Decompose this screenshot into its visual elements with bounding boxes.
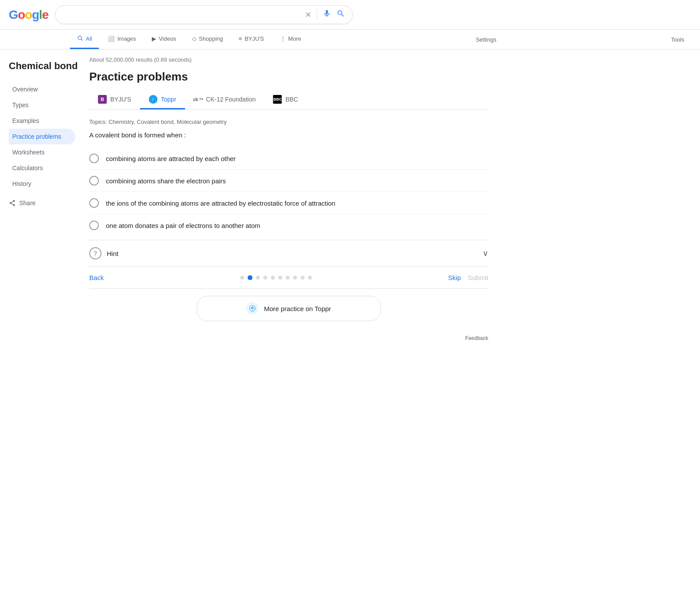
tab-news[interactable]: ≡ BYJU'S [232, 30, 271, 49]
more-icon: ⋮ [280, 35, 286, 42]
sidebar-item-examples[interactable]: Examples [9, 113, 75, 129]
tab-images[interactable]: ⬜ Images [101, 30, 143, 49]
svg-line-1 [81, 39, 83, 41]
google-logo: Google [9, 8, 48, 22]
tab-more[interactable]: ⋮ More [273, 30, 308, 49]
option-1-text: combining atoms are attracted by each ot… [106, 155, 236, 162]
source-tabs: B BYJU'S ↑ Toppr ck⁻¹² CK-12 Foundation … [89, 91, 488, 110]
dot-7 [286, 276, 290, 280]
tab-shopping-label: Shopping [199, 35, 223, 42]
byjus-label: BYJU'S [110, 96, 131, 103]
videos-icon: ▶ [152, 35, 156, 42]
option-4[interactable]: one atom donates a pair of electrons to … [89, 214, 488, 236]
tab-videos[interactable]: ▶ Videos [145, 30, 183, 49]
content-area: About 52,000,000 results (0.89 seconds) … [79, 49, 499, 355]
dot-4 [263, 276, 267, 280]
search-divider [317, 10, 317, 20]
option-1[interactable]: combining atoms are attracted by each ot… [89, 147, 488, 170]
tools-button[interactable]: Tools [664, 31, 691, 48]
dot-5 [271, 276, 275, 280]
option-3[interactable]: the ions of the combining atoms are attr… [89, 192, 488, 214]
tab-shopping[interactable]: ◇ Shopping [185, 30, 230, 49]
sidebar-title: Chemical bond [9, 60, 79, 73]
bbc-label: BBC [285, 96, 298, 103]
option-4-text: one atom donates a pair of electrons to … [106, 222, 260, 229]
question-text: A covalent bond is formed when : [89, 131, 488, 139]
feedback-container[interactable]: Feedback [89, 328, 488, 348]
sidebar-item-worksheets[interactable]: Worksheets [9, 144, 75, 160]
source-tab-toppr[interactable]: ↑ Toppr [140, 91, 185, 109]
toppr-btn-icon [246, 302, 259, 315]
sidebar-item-practice-problems[interactable]: Practice problems [9, 129, 75, 144]
radio-3[interactable] [89, 198, 99, 208]
feedback-label[interactable]: Feedback [465, 335, 488, 341]
dot-1 [240, 276, 244, 280]
search-bar: chemical bond practice problems ✕ [55, 5, 353, 24]
search-input[interactable]: chemical bond practice problems [63, 11, 301, 19]
radio-1[interactable] [89, 154, 99, 163]
options-list: combining atoms are attracted by each ot… [89, 147, 488, 236]
ck12-label: CK-12 Foundation [206, 96, 256, 103]
dot-10 [308, 276, 312, 280]
more-practice-container: More practice on Toppr [89, 288, 488, 328]
ck12-icon: ck⁻¹² [194, 95, 203, 104]
tab-news-label: BYJU'S [245, 35, 264, 42]
news-icon: ≡ [239, 35, 242, 42]
nav-tabs: All ⬜ Images ▶ Videos ◇ Shopping ≡ BYJU'… [0, 30, 700, 49]
more-practice-label: More practice on Toppr [264, 305, 331, 312]
clear-icon[interactable]: ✕ [305, 10, 312, 20]
tab-all[interactable]: All [70, 30, 99, 49]
sidebar-item-overview[interactable]: Overview [9, 81, 75, 97]
microphone-icon[interactable] [322, 9, 331, 20]
back-button[interactable]: Back [89, 274, 104, 281]
toppr-icon: ↑ [149, 95, 158, 104]
tab-more-label: More [288, 35, 301, 42]
chevron-down-icon: ∨ [483, 249, 488, 258]
pagination-dots [111, 275, 441, 280]
source-tab-byjus[interactable]: B BYJU'S [89, 91, 140, 109]
tab-images-label: Images [117, 35, 136, 42]
bbc-icon: BBC [273, 95, 282, 104]
svg-point-3 [10, 202, 11, 204]
radio-2[interactable] [89, 176, 99, 186]
sidebar-item-types[interactable]: Types [9, 97, 75, 113]
hint-label: Hint [107, 250, 119, 257]
main-layout: Chemical bond Overview Types Examples Pr… [0, 49, 700, 355]
dot-3 [256, 276, 260, 280]
radio-4[interactable] [89, 221, 99, 230]
tab-videos-label: Videos [159, 35, 176, 42]
sidebar-item-history[interactable]: History [9, 176, 75, 192]
nav-footer: Back Skip Submit [89, 267, 488, 288]
sidebar-item-calculators[interactable]: Calculators [9, 160, 75, 176]
source-tab-bbc[interactable]: BBC BBC [264, 91, 307, 109]
more-practice-button[interactable]: More practice on Toppr [197, 296, 381, 321]
option-2-text: combining atoms share the electron pairs [106, 177, 226, 185]
hint-left: ? Hint [89, 247, 119, 259]
dot-2 [248, 275, 252, 280]
header: Google chemical bond practice problems ✕ [0, 0, 700, 30]
dot-9 [301, 276, 304, 280]
all-icon [77, 35, 83, 42]
svg-line-5 [11, 203, 14, 205]
section-title: Practice problems [89, 70, 488, 84]
svg-line-6 [11, 201, 14, 203]
sidebar: Chemical bond Overview Types Examples Pr… [9, 49, 79, 355]
source-tab-ck12[interactable]: ck⁻¹² CK-12 Foundation [185, 91, 265, 109]
svg-point-4 [13, 204, 15, 206]
skip-button[interactable]: Skip [448, 274, 461, 281]
topics: Topics: Chemistry, Covalent bond, Molecu… [89, 119, 488, 125]
dot-6 [278, 276, 282, 280]
results-count: About 52,000,000 results (0.89 seconds) [89, 56, 488, 63]
option-2[interactable]: combining atoms share the electron pairs [89, 170, 488, 192]
search-icon[interactable] [336, 9, 345, 20]
shopping-icon: ◇ [192, 35, 196, 42]
hint-section[interactable]: ? Hint ∨ [89, 240, 488, 267]
svg-point-2 [13, 200, 15, 202]
svg-point-0 [78, 36, 81, 39]
byjus-icon: B [98, 95, 107, 104]
submit-button: Submit [468, 274, 488, 281]
share-button[interactable]: Share [9, 195, 79, 211]
settings-button[interactable]: Settings [469, 31, 503, 48]
images-icon: ⬜ [108, 35, 115, 42]
toppr-label: Toppr [161, 96, 176, 103]
